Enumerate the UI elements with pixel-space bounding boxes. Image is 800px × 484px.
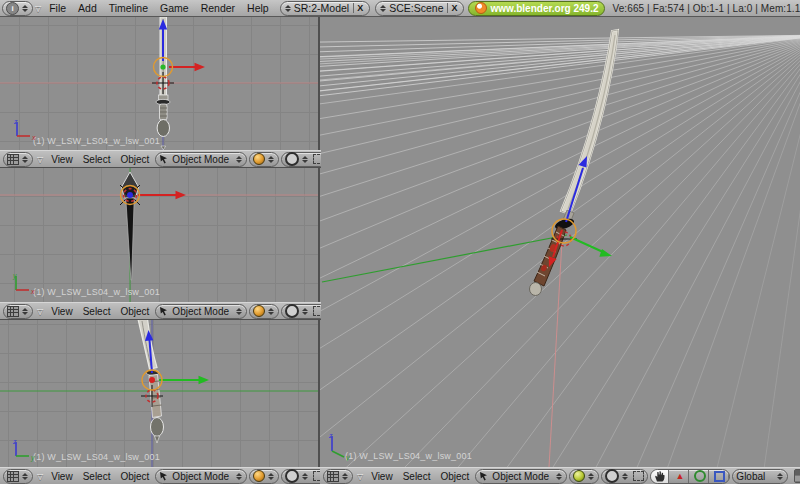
updown-arrows-icon (302, 156, 308, 163)
menu-select[interactable]: Select (399, 471, 435, 482)
pivot-globe-icon (285, 152, 299, 166)
manipulator-scale-button[interactable] (711, 470, 729, 483)
draw-type-selector[interactable] (249, 469, 279, 484)
updown-arrows-icon (22, 308, 28, 315)
menu-render[interactable]: Render (195, 2, 241, 14)
svg-text:z: z (13, 118, 18, 125)
manipulator-center-dot[interactable] (160, 64, 165, 69)
menu-object[interactable]: Object (116, 306, 153, 317)
version-badge: www.blender.org 249.2 (468, 1, 605, 16)
mode-selector[interactable]: Object Mode (475, 469, 567, 484)
draw-type-selector[interactable] (249, 304, 279, 319)
viewport-top[interactable]: (1) W_LSW_LS04_w_lsw_001 y x (0, 167, 318, 302)
menu-object[interactable]: Object (436, 471, 473, 482)
viewport-perspective[interactable]: (1) W_LSW_LS04_w_lsw_001 z y (320, 17, 800, 467)
scene-selector[interactable]: SCE:Scene X (375, 1, 464, 16)
pivot-selector[interactable] (281, 152, 321, 167)
menu-object[interactable]: Object (116, 471, 153, 482)
manipulator-rotate-button[interactable] (691, 470, 709, 483)
updown-arrows-icon (302, 473, 308, 480)
mode-value: Object Mode (172, 471, 229, 482)
menu-select[interactable]: Select (79, 154, 115, 165)
editor-type-selector[interactable] (3, 469, 33, 484)
menu-add[interactable]: Add (72, 2, 103, 14)
updown-arrows-icon (588, 473, 594, 480)
manipulator-y-arrow[interactable] (199, 376, 210, 384)
viewport1-header: ▽ View Select Object Object Mode ▲ (0, 150, 321, 168)
screen-selector-value: SR:2-Model (294, 2, 349, 14)
version-text: www.blender.org 249.2 (490, 3, 598, 14)
menu-select[interactable]: Select (79, 471, 115, 482)
svg-text:z: z (12, 438, 17, 445)
menu-object[interactable]: Object (116, 154, 153, 165)
editor-type-icon (327, 471, 339, 482)
draw-type-icon (253, 470, 265, 482)
menu-view[interactable]: View (367, 471, 397, 482)
header-collapse-icon[interactable]: ▽ (37, 155, 43, 164)
updown-arrows-icon (268, 156, 274, 163)
pivot-selector[interactable] (281, 304, 321, 319)
menu-help[interactable]: Help (241, 2, 275, 14)
orientation-value: Global (736, 471, 765, 482)
menu-select[interactable]: Select (79, 306, 115, 317)
menu-timeline[interactable]: Timeline (103, 2, 154, 14)
blender-logo-icon (475, 2, 487, 14)
center-points-icon (313, 154, 321, 164)
layer-buttons (794, 469, 800, 483)
manipulator-hand-button[interactable] (651, 470, 669, 483)
screen-close-button[interactable]: X (353, 3, 366, 13)
pivot-selector[interactable] (281, 469, 321, 484)
svg-text:y: y (30, 454, 35, 462)
menu-game[interactable]: Game (154, 2, 195, 14)
object-name-label: (1) W_LSW_LS04_w_lsw_001 (33, 287, 160, 297)
blender-window: i ▽ File Add Timeline Game Render Help S… (0, 0, 800, 484)
object-mode-icon (159, 154, 170, 164)
mode-value: Object Mode (492, 471, 549, 482)
viewport-perspective-header: ▽ View Select Object Object Mode ▲ Glob (320, 467, 800, 484)
updown-arrows-icon (236, 308, 242, 315)
header-collapse-icon[interactable]: ▽ (35, 4, 41, 13)
manipulator-center-dot[interactable] (127, 192, 133, 198)
manipulator-center-dot[interactable] (149, 377, 155, 383)
menu-view[interactable]: View (47, 471, 77, 482)
draw-type-selector[interactable] (569, 469, 599, 484)
manipulator-x-arrow[interactable] (195, 63, 206, 71)
manipulator-x-arrow[interactable] (176, 191, 187, 199)
menu-view[interactable]: View (47, 306, 77, 317)
window-type-icon: i (6, 2, 19, 15)
mode-selector[interactable]: Object Mode (155, 152, 247, 167)
editor-type-selector[interactable] (3, 152, 33, 167)
object-name-label: (1) W_LSW_LS04_w_lsw_001 (33, 136, 160, 146)
scene-close-button[interactable]: X (447, 3, 460, 13)
hand-icon (655, 471, 665, 482)
editor-type-icon (7, 154, 19, 165)
cursor-3d (152, 72, 174, 94)
pivot-globe-icon (285, 469, 299, 483)
viewport-side[interactable]: (1) W_LSW_LS04_w_lsw_001 z y (0, 319, 318, 467)
mode-selector[interactable]: Object Mode (155, 304, 247, 319)
header-collapse-icon[interactable]: ▽ (357, 472, 363, 481)
draw-type-selector[interactable] (249, 152, 279, 167)
editor-type-selector[interactable] (323, 469, 353, 484)
mini-axis-gizmo: z y (324, 431, 354, 461)
mode-selector[interactable]: Object Mode (155, 469, 247, 484)
updown-arrows-icon (556, 473, 562, 480)
menu-view[interactable]: View (47, 154, 77, 165)
editor-type-selector[interactable] (3, 304, 33, 319)
x-axis-line (549, 241, 562, 467)
viewport-front[interactable]: (1) W_LSW_LS04_w_lsw_001 z x (0, 17, 318, 150)
layer-group-1 (794, 469, 800, 483)
svg-text:x: x (31, 134, 36, 141)
menu-file[interactable]: File (43, 2, 72, 14)
manipulator-translate-button[interactable]: ▲ (671, 470, 689, 483)
center-points-icon (313, 306, 321, 316)
pivot-selector[interactable] (601, 469, 648, 484)
editor-type-icon (7, 471, 19, 482)
orientation-selector[interactable]: Global (732, 469, 788, 484)
mode-value: Object Mode (172, 154, 229, 165)
header-collapse-icon[interactable]: ▽ (37, 307, 43, 316)
window-type-selector[interactable]: i (2, 1, 33, 16)
header-collapse-icon[interactable]: ▽ (37, 472, 43, 481)
screen-selector[interactable]: SR:2-Model X (280, 1, 370, 16)
rotate-circle-icon (694, 470, 706, 482)
